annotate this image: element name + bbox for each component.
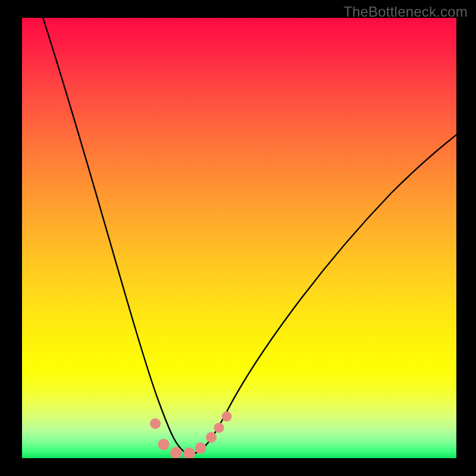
marker-dot [214, 423, 224, 433]
curve-layer [22, 18, 456, 458]
watermark-text: TheBottleneck.com [343, 4, 468, 20]
marker-dot [150, 418, 161, 429]
marker-dot [206, 432, 217, 443]
marker-dot [195, 443, 206, 454]
plot-area [22, 18, 456, 458]
marker-dot [158, 439, 170, 450]
marker-dot [183, 447, 195, 458]
marker-dot [222, 412, 232, 422]
bottleneck-curve [41, 18, 456, 454]
chart-frame: TheBottleneck.com [0, 0, 476, 476]
